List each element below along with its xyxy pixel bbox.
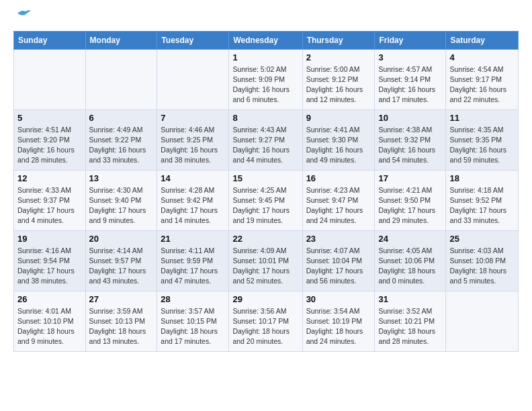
day-number: 27: [89, 294, 154, 304]
day-info: Sunrise: 4:07 AMSunset: 10:04 PMDaylight…: [306, 246, 371, 287]
calendar-week-row: 1Sunrise: 5:02 AMSunset: 9:09 PMDaylight…: [14, 49, 519, 109]
calendar-day-cell: 8Sunrise: 4:43 AMSunset: 9:27 PMDaylight…: [229, 109, 302, 170]
calendar-day-cell: 3Sunrise: 4:57 AMSunset: 9:14 PMDaylight…: [375, 49, 446, 109]
day-info: Sunrise: 5:00 AMSunset: 9:12 PMDaylight:…: [306, 64, 371, 105]
day-number: 28: [161, 294, 225, 304]
calendar-day-cell: 24Sunrise: 4:05 AMSunset: 10:06 PMDaylig…: [375, 230, 446, 291]
day-info: Sunrise: 4:54 AMSunset: 9:17 PMDaylight:…: [449, 64, 515, 105]
calendar-day-cell: 17Sunrise: 4:21 AMSunset: 9:50 PMDayligh…: [375, 170, 446, 230]
calendar-week-row: 5Sunrise: 4:51 AMSunset: 9:20 PMDaylight…: [14, 109, 519, 170]
calendar-day-cell: 13Sunrise: 4:30 AMSunset: 9:40 PMDayligh…: [85, 170, 157, 230]
calendar-day-cell: 11Sunrise: 4:35 AMSunset: 9:35 PMDayligh…: [446, 109, 519, 170]
day-number: 4: [449, 52, 515, 62]
day-info: Sunrise: 4:23 AMSunset: 9:47 PMDaylight:…: [306, 185, 371, 226]
calendar-empty-cell: [85, 49, 157, 109]
header-friday: Friday: [375, 31, 446, 49]
day-info: Sunrise: 3:54 AMSunset: 10:19 PMDaylight…: [306, 306, 371, 347]
day-info: Sunrise: 4:43 AMSunset: 9:27 PMDaylight:…: [232, 125, 298, 166]
calendar-day-cell: 6Sunrise: 4:49 AMSunset: 9:22 PMDaylight…: [85, 109, 157, 170]
calendar-header-row: SundayMondayTuesdayWednesdayThursdayFrid…: [14, 31, 519, 49]
calendar-day-cell: 15Sunrise: 4:25 AMSunset: 9:45 PMDayligh…: [229, 170, 302, 230]
day-info: Sunrise: 4:41 AMSunset: 9:30 PMDaylight:…: [306, 125, 371, 166]
calendar-day-cell: 30Sunrise: 3:54 AMSunset: 10:19 PMDaylig…: [302, 291, 375, 351]
day-number: 25: [449, 234, 515, 244]
day-number: 12: [17, 173, 82, 183]
day-number: 15: [232, 173, 298, 183]
header-saturday: Saturday: [446, 31, 519, 49]
day-number: 23: [306, 234, 371, 244]
day-info: Sunrise: 4:16 AMSunset: 9:54 PMDaylight:…: [17, 246, 82, 287]
calendar-day-cell: 5Sunrise: 4:51 AMSunset: 9:20 PMDaylight…: [14, 109, 86, 170]
day-number: 6: [89, 113, 154, 123]
calendar-day-cell: 23Sunrise: 4:07 AMSunset: 10:04 PMDaylig…: [302, 230, 375, 291]
calendar-day-cell: 10Sunrise: 4:38 AMSunset: 9:32 PMDayligh…: [375, 109, 446, 170]
day-info: Sunrise: 4:28 AMSunset: 9:42 PMDaylight:…: [161, 185, 225, 226]
calendar-day-cell: 1Sunrise: 5:02 AMSunset: 9:09 PMDaylight…: [229, 49, 302, 109]
day-info: Sunrise: 4:21 AMSunset: 9:50 PMDaylight:…: [378, 185, 442, 226]
day-number: 3: [378, 52, 442, 62]
day-number: 1: [232, 52, 298, 62]
calendar-day-cell: 28Sunrise: 3:57 AMSunset: 10:15 PMDaylig…: [157, 291, 229, 351]
calendar-day-cell: 14Sunrise: 4:28 AMSunset: 9:42 PMDayligh…: [157, 170, 229, 230]
day-info: Sunrise: 4:14 AMSunset: 9:57 PMDaylight:…: [89, 246, 154, 287]
day-number: 11: [449, 113, 515, 123]
day-number: 29: [232, 294, 298, 304]
day-info: Sunrise: 4:11 AMSunset: 9:59 PMDaylight:…: [161, 246, 225, 287]
day-number: 7: [161, 113, 225, 123]
day-number: 22: [232, 234, 298, 244]
day-number: 16: [306, 173, 371, 183]
calendar-week-row: 12Sunrise: 4:33 AMSunset: 9:37 PMDayligh…: [14, 170, 519, 230]
calendar-day-cell: 29Sunrise: 3:56 AMSunset: 10:17 PMDaylig…: [229, 291, 302, 351]
day-info: Sunrise: 4:03 AMSunset: 10:08 PMDaylight…: [449, 246, 515, 287]
day-info: Sunrise: 4:09 AMSunset: 10:01 PMDaylight…: [232, 246, 298, 287]
calendar-day-cell: 12Sunrise: 4:33 AMSunset: 9:37 PMDayligh…: [14, 170, 86, 230]
header-thursday: Thursday: [302, 31, 375, 49]
day-info: Sunrise: 4:57 AMSunset: 9:14 PMDaylight:…: [378, 64, 442, 105]
calendar-empty-cell: [157, 49, 229, 109]
day-number: 8: [232, 113, 298, 123]
calendar-day-cell: 31Sunrise: 3:52 AMSunset: 10:21 PMDaylig…: [375, 291, 446, 351]
day-number: 20: [89, 234, 154, 244]
day-number: 5: [17, 113, 82, 123]
day-info: Sunrise: 3:59 AMSunset: 10:13 PMDaylight…: [89, 306, 154, 347]
calendar-day-cell: 22Sunrise: 4:09 AMSunset: 10:01 PMDaylig…: [229, 230, 302, 291]
calendar-empty-cell: [446, 291, 519, 351]
day-number: 26: [17, 294, 82, 304]
calendar-table: SundayMondayTuesdayWednesdayThursdayFrid…: [13, 31, 519, 352]
calendar-day-cell: 27Sunrise: 3:59 AMSunset: 10:13 PMDaylig…: [85, 291, 157, 351]
calendar-day-cell: 25Sunrise: 4:03 AMSunset: 10:08 PMDaylig…: [446, 230, 519, 291]
calendar-day-cell: 19Sunrise: 4:16 AMSunset: 9:54 PMDayligh…: [14, 230, 86, 291]
header-tuesday: Tuesday: [157, 31, 229, 49]
day-info: Sunrise: 4:49 AMSunset: 9:22 PMDaylight:…: [89, 125, 154, 166]
calendar-day-cell: 2Sunrise: 5:00 AMSunset: 9:12 PMDaylight…: [302, 49, 375, 109]
calendar-empty-cell: [14, 49, 86, 109]
header-sunday: Sunday: [14, 31, 86, 49]
day-number: 13: [89, 173, 154, 183]
day-info: Sunrise: 4:46 AMSunset: 9:25 PMDaylight:…: [161, 125, 225, 166]
calendar-day-cell: 21Sunrise: 4:11 AMSunset: 9:59 PMDayligh…: [157, 230, 229, 291]
header-monday: Monday: [85, 31, 157, 49]
calendar-week-row: 26Sunrise: 4:01 AMSunset: 10:10 PMDaylig…: [14, 291, 519, 351]
day-number: 2: [306, 52, 371, 62]
calendar-day-cell: 18Sunrise: 4:18 AMSunset: 9:52 PMDayligh…: [446, 170, 519, 230]
day-info: Sunrise: 5:02 AMSunset: 9:09 PMDaylight:…: [232, 64, 298, 105]
calendar-day-cell: 7Sunrise: 4:46 AMSunset: 9:25 PMDaylight…: [157, 109, 229, 170]
day-number: 24: [378, 234, 442, 244]
day-info: Sunrise: 4:30 AMSunset: 9:40 PMDaylight:…: [89, 185, 154, 226]
day-info: Sunrise: 3:57 AMSunset: 10:15 PMDaylight…: [161, 306, 225, 347]
day-info: Sunrise: 4:38 AMSunset: 9:32 PMDaylight:…: [378, 125, 442, 166]
day-number: 14: [161, 173, 225, 183]
day-info: Sunrise: 4:35 AMSunset: 9:35 PMDaylight:…: [449, 125, 515, 166]
calendar-day-cell: 16Sunrise: 4:23 AMSunset: 9:47 PMDayligh…: [302, 170, 375, 230]
day-info: Sunrise: 4:51 AMSunset: 9:20 PMDaylight:…: [17, 125, 82, 166]
header-wednesday: Wednesday: [229, 31, 302, 49]
calendar-week-row: 19Sunrise: 4:16 AMSunset: 9:54 PMDayligh…: [14, 230, 519, 291]
calendar-day-cell: 20Sunrise: 4:14 AMSunset: 9:57 PMDayligh…: [85, 230, 157, 291]
calendar-day-cell: 4Sunrise: 4:54 AMSunset: 9:17 PMDaylight…: [446, 49, 519, 109]
page-header: [13, 11, 519, 24]
day-info: Sunrise: 4:18 AMSunset: 9:52 PMDaylight:…: [449, 185, 515, 226]
day-number: 17: [378, 173, 442, 183]
day-info: Sunrise: 3:56 AMSunset: 10:17 PMDaylight…: [232, 306, 298, 347]
day-number: 21: [161, 234, 225, 244]
day-number: 19: [17, 234, 82, 244]
